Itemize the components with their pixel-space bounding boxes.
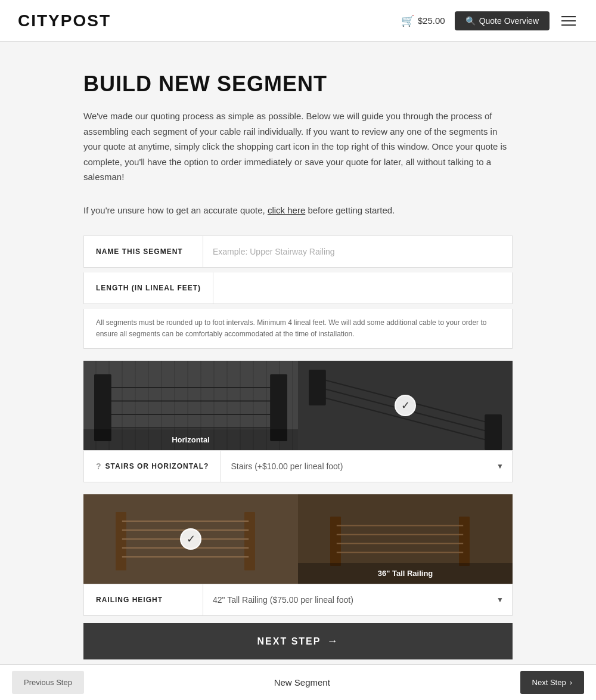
- length-row: LENGTH (IN LINEAL FEET): [83, 272, 513, 304]
- menu-line-3: [561, 24, 576, 26]
- bottom-prev-button[interactable]: Previous Step: [12, 671, 84, 694]
- railing-height-select-cell: 42" Tall Railing ($75.00 per lineal foot…: [203, 584, 512, 615]
- help-icon: ?: [96, 461, 102, 471]
- svg-rect-9: [309, 370, 326, 405]
- svg-rect-21: [330, 517, 341, 566]
- bottom-next-label: Next Step: [532, 678, 566, 687]
- segment-name-input-cell: [203, 236, 512, 267]
- header: CITYPOST 🛒 $25.00 🔍 Quote Overview: [0, 0, 596, 42]
- unsure-prefix: If you're unsure how to get an accurate …: [83, 205, 265, 215]
- horizontal-label: Horizontal: [83, 429, 298, 450]
- segment-name-label: NAME THIS SEGMENT: [84, 236, 203, 267]
- length-input-cell: [213, 272, 512, 303]
- header-right: 🛒 $25.00 🔍 Quote Overview: [401, 11, 578, 30]
- 42inch-selected-check: ✓: [180, 528, 201, 550]
- quote-overview-button[interactable]: 🔍 Quote Overview: [455, 11, 550, 30]
- stairs-select[interactable]: Stairs (+$10.00 per lineal foot) Horizon…: [221, 451, 512, 482]
- menu-line-1: [561, 16, 576, 17]
- length-label: LENGTH (IN LINEAL FEET): [84, 272, 213, 303]
- logo: CITYPOST: [18, 11, 111, 30]
- menu-button[interactable]: [559, 14, 578, 28]
- next-step-button[interactable]: NEXT STEP →: [83, 623, 513, 659]
- quote-btn-label: Quote Overview: [479, 16, 539, 26]
- page-title: BUILD NEW SEGMENT: [83, 72, 513, 97]
- svg-rect-22: [459, 517, 470, 566]
- bottom-segment-label: New Segment: [274, 677, 330, 687]
- orientation-image-pair: Horizontal ✓: [83, 361, 513, 450]
- bottom-next-button[interactable]: Next Step ›: [520, 671, 584, 694]
- stairs-select-cell: Stairs (+$10.00 per lineal foot) Horizon…: [221, 451, 512, 482]
- railing-height-label: RAILING HEIGHT: [84, 584, 203, 615]
- bottom-next-arrow-icon: ›: [570, 678, 572, 687]
- 42inch-image-card[interactable]: ✓: [83, 494, 298, 584]
- length-input[interactable]: [213, 272, 512, 303]
- next-step-arrow-icon: →: [327, 635, 339, 648]
- bottom-prev-label: Previous Step: [24, 678, 72, 687]
- railing-height-select[interactable]: 42" Tall Railing ($75.00 per lineal foot…: [203, 584, 512, 615]
- unsure-text: If you're unsure how to get an accurate …: [83, 203, 513, 218]
- 36inch-label: 36" Tall Railing: [298, 563, 513, 584]
- cart-button[interactable]: 🛒 $25.00: [401, 14, 445, 27]
- segment-name-row: NAME THIS SEGMENT: [83, 236, 513, 268]
- stairs-label: ? STAIRS OR HORIZONTAL?: [84, 451, 221, 482]
- bottom-bar: Previous Step New Segment Next Step ›: [0, 664, 596, 700]
- stairs-row: ? STAIRS OR HORIZONTAL? Stairs (+$10.00 …: [83, 450, 513, 482]
- stairs-label-text: STAIRS OR HORIZONTAL?: [105, 462, 209, 470]
- height-image-pair: ✓ 36" Tall Railing: [83, 494, 513, 584]
- next-step-label: NEXT STEP: [257, 636, 321, 647]
- menu-line-2: [561, 20, 576, 21]
- stairs-image-card[interactable]: ✓: [298, 361, 513, 450]
- unsure-suffix: before getting started.: [308, 205, 395, 215]
- cart-icon: 🛒: [401, 14, 414, 27]
- search-icon: 🔍: [465, 16, 476, 26]
- segment-name-input[interactable]: [203, 236, 512, 267]
- description-text: We've made our quoting process as simple…: [83, 111, 507, 182]
- railing-height-row: RAILING HEIGHT 42" Tall Railing ($75.00 …: [83, 584, 513, 616]
- stairs-selected-check: ✓: [395, 395, 416, 416]
- main-content: BUILD NEW SEGMENT We've made our quoting…: [72, 42, 524, 700]
- page-description: We've made our quoting process as simple…: [83, 109, 513, 185]
- svg-rect-10: [485, 414, 502, 450]
- 36inch-image-card[interactable]: 36" Tall Railing: [298, 494, 513, 584]
- horizontal-image-card[interactable]: Horizontal: [83, 361, 298, 450]
- length-note: All segments must be rounded up to foot …: [83, 309, 513, 349]
- cart-price: $25.00: [418, 16, 445, 26]
- click-here-link[interactable]: click here: [268, 205, 305, 215]
